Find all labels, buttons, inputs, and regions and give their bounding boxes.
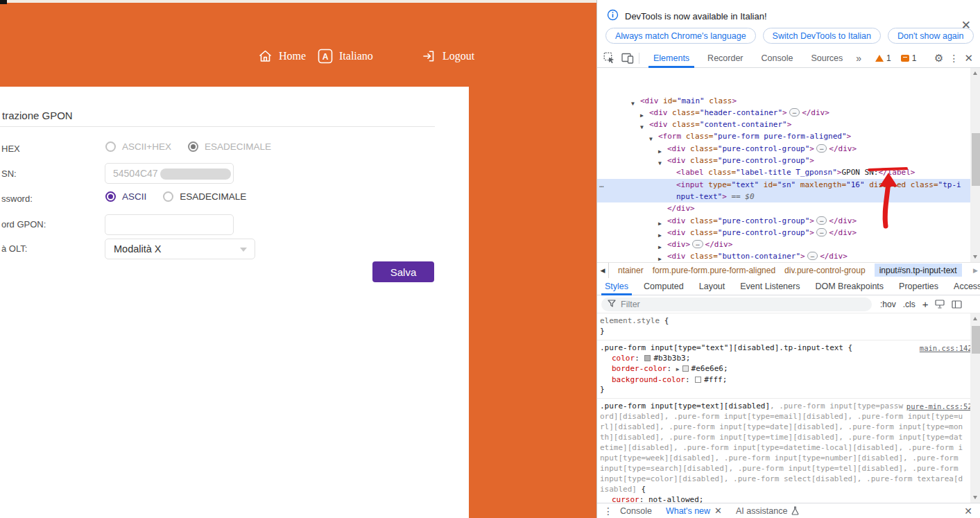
scroll-down-icon[interactable] [970,252,980,262]
issues-indicator[interactable]: 1 [901,53,917,63]
banner-close-icon[interactable]: ✕ [961,19,971,31]
settings-gear-icon[interactable]: ⚙ [934,52,943,64]
device-toolbar-icon[interactable] [621,53,634,64]
sidebar-tab-computed[interactable]: Computed [636,277,691,295]
more-tabs-icon[interactable]: » [852,53,866,64]
color-swatch[interactable] [644,355,651,361]
scroll-up-icon[interactable] [970,68,980,78]
close-icon[interactable]: ✕ [714,506,722,516]
dock-panel-icon[interactable] [952,300,962,309]
dom-tree-line[interactable]: ▼<form class="pure-form pure-form-aligne… [597,130,980,142]
sn-input[interactable]: 54504C47 [105,163,234,184]
drawer-kebab-icon[interactable]: ⋮ [603,506,613,517]
dom-tree-line[interactable]: ▶<div class="pure-control-group">…</div> [597,227,980,239]
radio-selected-icon[interactable] [188,141,198,152]
kebab-menu-icon[interactable]: ⋮ [949,53,958,64]
tab-recorder[interactable]: Recorder [698,49,752,68]
sidebar-tab-styles[interactable]: Styles [597,277,636,295]
pw-type-radios: ASCIIESADECIMALE [105,191,263,202]
drawer-close-icon[interactable]: ✕ [964,506,972,517]
dom-tree-line[interactable]: ▶<div>…</div> [597,239,980,250]
node-actions-icon[interactable]: … [599,179,604,191]
sidebar-tab-properties[interactable]: Properties [891,277,946,295]
radio-selected-icon[interactable] [105,191,116,202]
expand-icon[interactable]: ▶ [658,253,662,262]
toggle-classes[interactable]: .cls [903,300,915,309]
radio-icon[interactable] [163,191,173,202]
tree-scrollbar-thumb[interactable] [972,133,980,186]
css-property[interactable]: background-color: #fff; [600,375,967,386]
banner-button[interactable]: Always match Chrome's language [605,28,756,44]
dom-tree-line[interactable]: </div> [597,202,980,214]
tab-console[interactable]: Console [753,49,802,68]
sidebar-tab-dom-breakpoints[interactable]: DOM Breakpoints [807,277,891,295]
drawer-ai-assistance-tab[interactable]: AI assistance [736,506,799,516]
expand-ellipsis-icon[interactable]: … [692,240,703,248]
dom-tree-line[interactable]: ▶<div class="header-container">…</div> [597,107,980,119]
css-property[interactable]: border-color: ▶#e6e6e6; [600,364,967,375]
radio-icon[interactable] [105,141,116,152]
code-token: > [732,96,737,105]
dom-tree-line[interactable]: ▶<div class="pure-control-group">…</div> [597,215,980,227]
drawer-console-tab[interactable]: Console [620,506,652,516]
warnings-indicator[interactable]: 1 [875,53,891,63]
radio-option[interactable]: ASCII+HEX [105,141,171,152]
banner-button[interactable]: Switch DevTools to Italian [763,28,881,44]
new-style-rule-icon[interactable]: + [922,298,929,310]
styles-scrollbar [970,313,980,503]
dom-tree-line[interactable]: …<input type="text" id="sn" maxlength="1… [597,179,980,191]
nav-logout[interactable]: Logout [422,44,474,69]
sidebar-tab-event-listeners[interactable]: Event Listeners [732,277,807,295]
sidebar-tab-layout[interactable]: Layout [691,277,733,295]
breadcrumb-item[interactable]: ntainer [618,266,644,275]
expand-ellipsis-icon[interactable]: … [816,216,827,225]
css-property[interactable]: cursor: not-allowed; [600,495,967,503]
nav-home[interactable]: Home [258,44,306,69]
dom-tree-line[interactable]: ▶<div class="pure-control-group">…</div> [597,143,980,155]
devtools-close-icon[interactable]: ✕ [964,52,973,64]
dom-tree-line[interactable]: ▼<div id="main" class> [597,95,980,107]
radio-option[interactable]: ESADECIMALE [188,141,271,152]
nav-language[interactable]: A Italiano [318,44,373,69]
dom-tree-line[interactable]: nput-text"> == $0 [597,191,980,202]
scroll-down-icon[interactable] [970,492,980,503]
styles-filter-input[interactable]: Filter [601,297,872,311]
expand-icon[interactable]: ▶ [676,366,680,372]
code-token: class= [704,168,736,177]
code-token: <div [649,108,668,117]
breadcrumb-left-icon[interactable]: ◀ [597,263,609,278]
color-swatch[interactable] [695,377,701,383]
breadcrumb-right-icon[interactable]: ▶ [973,267,978,274]
code-token: class= [681,132,713,141]
css-property[interactable]: color: #b3b3b3; [600,354,967,364]
styles-scrollbar-thumb[interactable] [972,326,980,354]
olt-mode-label: à OLT: [1,243,27,254]
scroll-up-icon[interactable] [970,313,980,324]
save-button[interactable]: Salva [372,261,434,282]
toggle-hover-state[interactable]: :hov [880,300,896,309]
radio-option[interactable]: ASCII [105,191,146,202]
expand-ellipsis-icon[interactable]: … [789,108,800,116]
tab-elements[interactable]: Elements [644,49,698,68]
drawer-whats-new-tab[interactable]: What's new ✕ [666,506,722,516]
stylesheet-link[interactable]: pure-min.css:528 [906,402,977,412]
tab-sources[interactable]: Sources [802,49,852,68]
format-brush-icon[interactable] [935,300,945,309]
inspect-element-icon[interactable] [603,52,615,64]
breadcrumb-item[interactable]: div.pure-control-group [784,266,866,275]
expand-ellipsis-icon[interactable]: … [816,228,827,236]
radio-option[interactable]: ESADECIMALE [163,191,246,202]
color-swatch[interactable] [682,365,689,372]
breadcrumb-item[interactable]: input#sn.tp-input-text [875,264,962,277]
password-input[interactable] [105,214,234,235]
sidebar-tab-accessibility[interactable]: Accessibility [946,277,980,295]
stylesheet-link[interactable]: main.css:1424 [920,343,977,354]
expand-ellipsis-icon[interactable]: … [807,252,818,260]
breadcrumb-item[interactable]: form.pure-form.pure-form-aligned [653,266,775,275]
expand-ellipsis-icon[interactable]: … [816,144,827,153]
olt-mode-select[interactable]: Modalità X [105,239,255,259]
dom-tree-line[interactable]: ▼<div class="pure-control-group"> [597,155,980,166]
dom-tree-line[interactable]: ▼<div class="content-container"> [597,119,980,130]
dom-tree-line[interactable]: ▶<div class="button-container">…</div> [597,250,980,262]
dom-tree-line[interactable]: <label class="label-title T_gponsn">GPON… [597,166,980,178]
